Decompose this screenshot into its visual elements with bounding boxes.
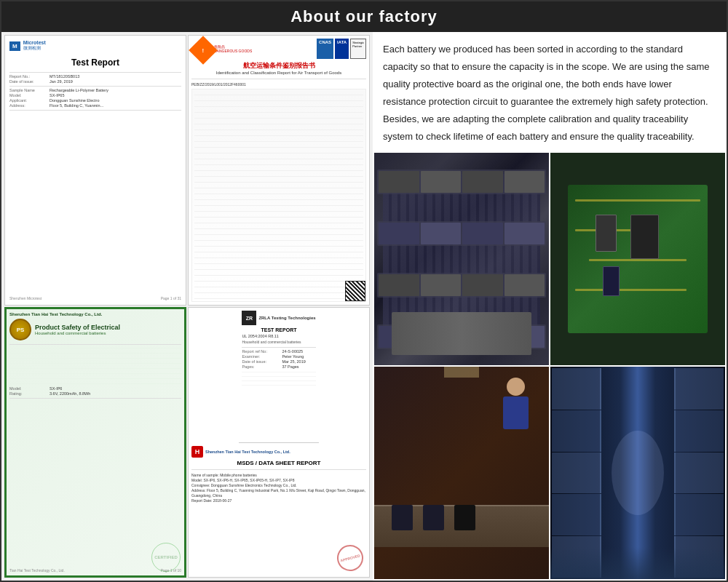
iata-logo: IATA xyxy=(335,39,349,59)
zrla-logo: ZR ZRLA Testing Technologies xyxy=(242,311,315,325)
cert-rating-row: Rating: 3.6V, 2200mAh, 8.8Wh xyxy=(9,391,181,396)
page-wrapper: About our factory M Microtest 微测检测 Test … xyxy=(0,0,728,582)
zrla-examiner: Examiner: Peter Young xyxy=(242,354,315,359)
msds-sample: Name of sample: Mobile phone batteries xyxy=(191,473,257,478)
test-report-doc: M Microtest 微测检测 Test Report Report No.:… xyxy=(4,35,186,306)
tian-hai-company: H Shenzhen Tian Hai Test Technology Co.,… xyxy=(191,446,290,458)
factory-photos-grid xyxy=(373,151,727,581)
strategic-partner-logo: StrategicPartner xyxy=(350,39,366,59)
factory-photo-shelves xyxy=(374,153,549,365)
zrla-org: ZRLA Testing Technologies xyxy=(258,316,315,320)
msds-model: Model: SX-IP6, SX-IP6-H, SX-IP65, SX-IP6… xyxy=(191,478,294,483)
zrla-pages: Pages: 37 Pages xyxy=(242,364,315,369)
zrla-title: TEST REPORT xyxy=(242,327,315,332)
factory-photo-warehouse xyxy=(550,367,725,579)
ps-certificate-doc: Shenzhen Tian Hai Test Technology Co., L… xyxy=(4,307,186,578)
cert-title: Product Safety of Electrical xyxy=(35,324,181,331)
zrla-date: Date of issue: Mar 25, 2019 xyxy=(242,359,315,364)
address-row: Address: Floor 5, Building C, Yuanmin... xyxy=(9,103,181,108)
zrla-ref: Report ref No: 24-S-00025 xyxy=(242,349,315,354)
cert-subtitle: Household and commercial batteries xyxy=(35,331,181,335)
report-footer: Shenzhen Microtest Page 1 of 31 xyxy=(9,296,181,300)
bottom-right-docs: ZR ZRLA Testing Technologies TEST REPORT… xyxy=(188,307,370,578)
air-content-area xyxy=(191,89,366,302)
microtest-logo-box: M xyxy=(9,41,20,51)
msds-report: H Shenzhen Tian Hai Test Technology Co.,… xyxy=(189,443,369,578)
cert-model-row: Model: SX-IP6 xyxy=(9,386,181,391)
air-ref: PEB/ZZ/2019/L001/2012F460001 xyxy=(191,82,366,87)
factory-photo-pcb xyxy=(550,153,725,365)
danger-label: 危险品 DANGEROUS GOODS xyxy=(214,44,252,53)
applicant-row: Applicant: Dongguan Sunshine Electro xyxy=(9,98,181,103)
zrla-report: ZR ZRLA Testing Technologies TEST REPORT… xyxy=(239,308,318,443)
header-bar: About our factory xyxy=(1,1,727,32)
report-field-row: Report No.: MT/18120SB013 xyxy=(9,74,181,79)
factory-photo-worker xyxy=(374,367,549,579)
msds-address: Address: Floor 5, Building C, Yuanning I… xyxy=(191,488,366,498)
cert-body xyxy=(9,348,181,386)
model-row: Model: SX-IP65 xyxy=(9,93,181,97)
right-panel: Each battery we produced has been sorted… xyxy=(373,32,727,581)
air-title-cn: 航空运输条件鉴别报告书 xyxy=(191,61,366,71)
msds-stamp: APPROVED xyxy=(334,542,366,574)
cnas-logo: CNAS xyxy=(317,39,333,59)
report-title: Test Report xyxy=(9,57,181,68)
air-transport-doc: ! 危险品 DANGEROUS GOODS CNAS IATA Strategi… xyxy=(188,35,370,306)
msds-title: MSDS / DATA SHEET REPORT xyxy=(191,460,366,466)
cert-company: Shenzhen Tian Hai Test Technology Co., L… xyxy=(9,312,102,316)
report-date-row: Date of issue: Jan 29, 2019 xyxy=(9,79,181,84)
cert-watermark: CERTIFIED xyxy=(151,543,181,572)
description-section: Each battery we produced has been sorted… xyxy=(373,32,727,151)
qr-code xyxy=(345,281,365,301)
danger-icon: ! xyxy=(189,36,218,65)
factory-description: Each battery we produced has been sorted… xyxy=(383,41,716,146)
air-header: ! 危险品 DANGEROUS GOODS CNAS IATA Strategi… xyxy=(191,39,366,59)
ps-badge: PS xyxy=(9,319,31,340)
report-logo: M Microtest 微测检测 xyxy=(9,40,46,52)
zrla-desc: Household and commercial batteries xyxy=(242,340,301,344)
zrla-std: UL 2054:2004 R8.11 xyxy=(242,334,279,338)
msds-date: Report Date: 2018-06-27 xyxy=(191,498,232,503)
microtest-cn: 微测检测 xyxy=(23,45,46,52)
content-area: M Microtest 微测检测 Test Report Report No.:… xyxy=(1,32,727,581)
left-panel: M Microtest 微测检测 Test Report Report No.:… xyxy=(1,32,373,581)
tian-hai-logo: H xyxy=(191,446,203,458)
sample-row: Sample Name Rechargeable Li-Polymer Batt… xyxy=(9,88,181,92)
page-title: About our factory xyxy=(290,7,438,25)
microtest-name: Microtest xyxy=(23,40,46,45)
msds-consignee: Consignee: Dongguan Sunshine Electronics… xyxy=(191,483,297,488)
cert-footer: Tian Hai Test Technology Co., Ltd. Page … xyxy=(9,568,181,573)
air-title-en: Identification and Classification Report… xyxy=(191,71,366,75)
